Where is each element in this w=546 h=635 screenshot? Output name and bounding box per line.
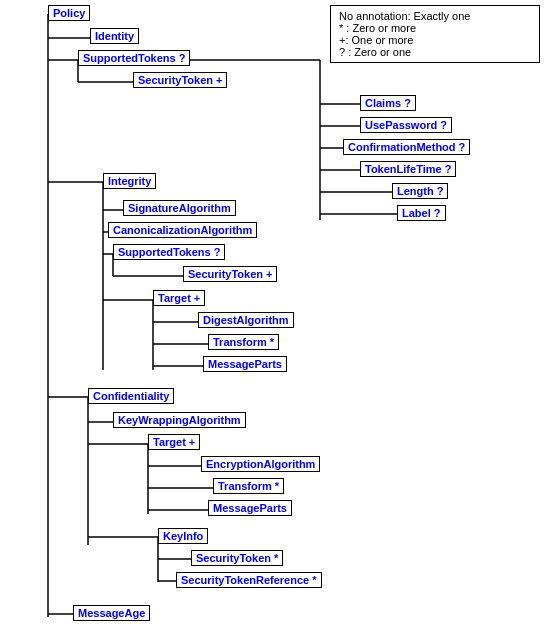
target-2-node: Target + [148,434,200,450]
legend-star: * : Zero or more [339,22,416,34]
transform-1-node: Transform * [208,334,279,350]
identity-node: Identity [90,28,139,44]
key-wrapping-algorithm-node: KeyWrappingAlgorithm [113,412,246,428]
token-lifetime-node: TokenLifeTime ? [360,161,456,177]
key-info-node: KeyInfo [158,528,208,544]
confidentiality-node: Confidentiality [88,388,174,404]
signature-algorithm-node: SignatureAlgorithm [123,200,236,216]
security-token-reference-node: SecurityTokenReference * [176,572,322,588]
target-1-node: Target + [153,290,205,306]
transform-2-node: Transform * [213,478,284,494]
message-parts-2-node: MessageParts [208,500,292,516]
legend-title: No annotation: Exactly one [339,10,470,22]
supported-tokens-1-node: SupportedTokens ? [78,50,190,66]
encryption-algorithm-node: EncryptionAlgorithm [201,456,320,472]
message-parts-1-node: MessageParts [203,356,287,372]
digest-algorithm-node: DigestAlgorithm [198,312,294,328]
security-token-2-node: SecurityToken + [183,266,277,282]
claims-node: Claims ? [360,95,416,111]
label-node: Label ? [397,205,446,221]
integrity-node: Integrity [103,173,156,189]
supported-tokens-2-node: SupportedTokens ? [113,244,225,260]
canonicalization-algorithm-node: CanonicalizationAlgorithm [108,222,257,238]
length-node: Length ? [392,183,448,199]
message-age-node: MessageAge [73,605,150,621]
policy-node: Policy [48,5,90,21]
legend-plus: +: One or more [339,34,413,46]
security-token-3-node: SecurityToken * [191,550,283,566]
diagram: No annotation: Exactly one * : Zero or m… [0,0,546,635]
legend-question: ? : Zero or one [339,46,411,58]
use-password-node: UsePassword ? [360,117,452,133]
legend: No annotation: Exactly one * : Zero or m… [330,5,540,63]
confirmation-method-node: ConfirmationMethod ? [343,139,470,155]
security-token-1-node: SecurityToken + [133,72,227,88]
